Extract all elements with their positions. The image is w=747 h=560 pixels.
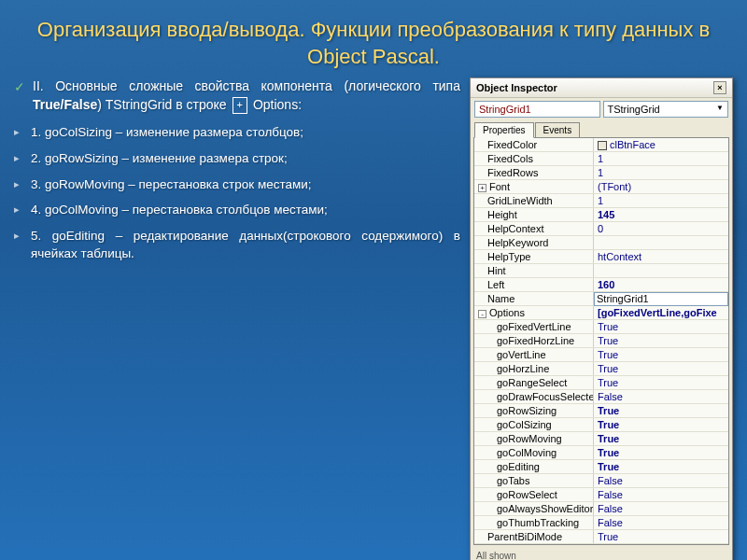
tab-properties[interactable]: Properties [474, 122, 534, 138]
arrow-icon: ▸ [14, 152, 20, 164]
list-item: 1. goColSizing – изменение размера столб… [31, 123, 460, 142]
slide-title: Организация ввода/вывода. Функции преобр… [0, 0, 747, 77]
property-row[interactable]: goHorzLineTrue [474, 362, 728, 376]
property-row[interactable]: Hint [474, 264, 728, 278]
inspector-status: All shown [471, 548, 732, 560]
property-row[interactable]: goThumbTrackingFalse [474, 516, 728, 530]
property-row[interactable]: goColMovingTrue [474, 446, 728, 460]
list-item: 3. goRowMoving – перестановка строк мест… [31, 175, 460, 194]
collapse-icon[interactable]: - [478, 310, 486, 318]
arrow-icon: ▸ [14, 126, 20, 138]
property-row[interactable]: Left160 [474, 278, 728, 292]
inspector-tabs: Properties Events [471, 120, 732, 137]
component-class-select[interactable]: TStringGrid▼ [603, 101, 729, 118]
property-row[interactable]: HelpKeyword [474, 236, 728, 250]
property-row[interactable]: goFixedVertLineTrue [474, 320, 728, 334]
arrow-icon: ▸ [14, 178, 20, 190]
property-row[interactable]: goRangeSelectTrue [474, 376, 728, 390]
property-row[interactable]: NameStringGrid1 [474, 292, 728, 306]
tab-events[interactable]: Events [535, 122, 581, 137]
property-row[interactable]: Height145 [474, 208, 728, 222]
main-bullet-text: II. Основные сложные свойства компонента… [33, 77, 460, 114]
list-item: 2. goRowSizing – изменение размера строк… [31, 149, 460, 168]
property-row[interactable]: HelpTypehtContext [474, 250, 728, 264]
property-row[interactable]: -Options[goFixedVertLine,goFixe [474, 306, 728, 320]
property-row[interactable]: goEditingTrue [474, 460, 728, 474]
properties-grid: FixedColorclBtnFaceFixedCols1FixedRows1+… [473, 137, 729, 545]
list-item: 5. goEditing – редактирование данных(стр… [31, 227, 460, 263]
chevron-down-icon: ▼ [716, 104, 724, 115]
property-row[interactable]: goRowSizingTrue [474, 404, 728, 418]
property-row[interactable]: goDrawFocusSelectedFalse [474, 390, 728, 404]
property-row[interactable]: GridLineWidth1 [474, 194, 728, 208]
property-row[interactable]: HelpContext0 [474, 222, 728, 236]
close-icon[interactable]: × [713, 81, 726, 94]
object-inspector-panel: Object Inspector × StringGrid1 TStringGr… [470, 77, 733, 560]
component-name-select[interactable]: StringGrid1 [474, 101, 600, 118]
inspector-title: Object Inspector [476, 82, 557, 93]
property-row[interactable]: FixedColorclBtnFace [474, 138, 728, 152]
property-row[interactable]: goTabsFalse [474, 474, 728, 488]
check-icon: ✓ [14, 79, 25, 94]
property-row[interactable]: goColSizingTrue [474, 418, 728, 432]
arrow-icon: ▸ [14, 230, 20, 242]
property-row[interactable]: ParentBiDiModeTrue [474, 530, 728, 544]
list-item: 4. goColMoving – перестановка столбцов м… [31, 201, 460, 219]
property-row[interactable]: goAlwaysShowEditorFalse [474, 502, 728, 516]
property-row[interactable]: +Font(TFont) [474, 180, 728, 194]
plus-box-icon: + [233, 97, 247, 113]
slide-body: ✓ II. Основные сложные свойства компонен… [14, 77, 470, 560]
color-swatch-icon [598, 141, 607, 150]
property-row[interactable]: goRowSelectFalse [474, 488, 728, 502]
property-row[interactable]: FixedRows1 [474, 166, 728, 180]
property-row[interactable]: goRowMovingTrue [474, 432, 728, 446]
property-row[interactable]: FixedCols1 [474, 152, 728, 166]
property-row[interactable]: goFixedHorzLineTrue [474, 334, 728, 348]
arrow-icon: ▸ [14, 203, 20, 216]
property-row[interactable]: goVertLineTrue [474, 348, 728, 362]
expand-icon[interactable]: + [478, 184, 486, 192]
inspector-titlebar: Object Inspector × [471, 78, 732, 98]
